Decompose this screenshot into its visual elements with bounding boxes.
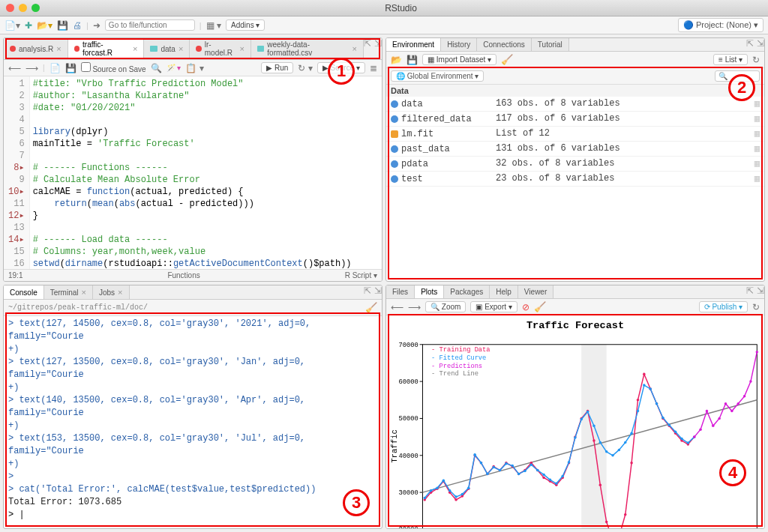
env-row[interactable]: filtered_data117 obs. of 6 variables▦ bbox=[386, 112, 764, 127]
svg-text:50000: 50000 bbox=[398, 415, 418, 423]
maximize-window[interactable] bbox=[32, 4, 40, 12]
project-dropdown[interactable]: 🔵 Project: (None) ▾ bbox=[678, 18, 764, 32]
save-source-icon[interactable]: 💾 bbox=[65, 63, 76, 73]
grid-icon[interactable]: ▦ ▾ bbox=[206, 20, 221, 31]
refresh-plot-icon[interactable]: ↻ bbox=[752, 302, 760, 312]
tab-traffic-forecast[interactable]: traffic-forcast.R× bbox=[68, 38, 145, 59]
collapse-icon[interactable]: ⇱ bbox=[746, 285, 754, 298]
save-all-icon[interactable]: 🖨 bbox=[73, 20, 82, 31]
back-icon[interactable]: ⟵ bbox=[8, 63, 21, 73]
env-toolbar: 📂 💾 ▦ Import Dataset ▾ 🧹 ≡ List ▾ ↻ bbox=[386, 52, 764, 68]
env-row[interactable]: past_data131 obs. of 6 variables▦ bbox=[386, 142, 764, 157]
env-scope-bar: 🌐 Global Environment ▾ bbox=[386, 68, 764, 85]
tab-packages[interactable]: Packages bbox=[444, 285, 490, 298]
svg-point-125 bbox=[687, 441, 689, 444]
svg-text:20000: 20000 bbox=[398, 526, 418, 529]
code-editor[interactable]: 1 2 3 4 5 6 7 8▸9 10▸11 12▸13 14▸15 16 1… bbox=[4, 76, 382, 269]
svg-point-101 bbox=[536, 469, 538, 471]
tab-lr-model[interactable]: lr-model.R× bbox=[190, 38, 251, 59]
env-section-data: Data bbox=[386, 85, 764, 97]
env-list[interactable]: Data data163 obs. of 8 variables▦filtere… bbox=[386, 85, 764, 281]
svg-text:70000: 70000 bbox=[398, 342, 418, 349]
close-window[interactable] bbox=[6, 4, 14, 12]
load-workspace-icon[interactable]: 📂 bbox=[391, 55, 402, 65]
tab-terminal[interactable]: Terminal× bbox=[44, 285, 93, 299]
window-controls[interactable] bbox=[6, 4, 40, 12]
tab-help[interactable]: Help bbox=[490, 285, 518, 298]
env-row[interactable]: test23 obs. of 8 variables▦ bbox=[386, 172, 764, 187]
source-toolbar: ⟵ ⟶ | 📄 💾 Source on Save 🔍 🪄 ▾ 📋 ▾ ▶ Run… bbox=[4, 60, 382, 76]
env-row[interactable]: data163 obs. of 8 variables▦ bbox=[386, 97, 764, 112]
env-row[interactable]: pdata32 obs. of 8 variables▦ bbox=[386, 157, 764, 172]
goto-icon[interactable]: ➜ bbox=[93, 20, 100, 31]
outline-icon[interactable]: ≣ bbox=[370, 63, 377, 73]
tab-files[interactable]: Files bbox=[386, 285, 415, 298]
svg-point-96 bbox=[505, 462, 507, 465]
wand-icon[interactable]: 🪄 ▾ bbox=[166, 64, 182, 72]
expand-icon[interactable]: ⇲ bbox=[757, 285, 764, 298]
tab-analysis[interactable]: analysis.R× bbox=[4, 38, 68, 59]
import-dataset-button[interactable]: ▦ Import Dataset ▾ bbox=[422, 54, 496, 65]
svg-text:30000: 30000 bbox=[398, 489, 418, 497]
forward-icon[interactable]: ⟶ bbox=[26, 63, 38, 73]
show-doc-icon[interactable]: 📄 bbox=[50, 63, 61, 73]
env-scope-dropdown[interactable]: 🌐 Global Environment ▾ bbox=[391, 70, 484, 82]
report-icon[interactable]: 📋 ▾ bbox=[185, 63, 203, 73]
collapse-icon[interactable]: ⇱ bbox=[364, 38, 371, 59]
env-row[interactable]: lm.fitList of 12▦ bbox=[386, 127, 764, 142]
run-button[interactable]: ▶ Run bbox=[261, 62, 293, 73]
prev-plot-icon[interactable]: ⟵ bbox=[391, 302, 404, 312]
save-icon[interactable]: 💾 bbox=[57, 20, 68, 31]
annotation-3: 3 bbox=[343, 489, 370, 516]
svg-point-137 bbox=[756, 351, 758, 353]
tab-environment[interactable]: Environment bbox=[386, 38, 441, 51]
expand-icon[interactable]: ⇲ bbox=[374, 285, 382, 299]
zoom-button[interactable]: 🔍 Zoom bbox=[425, 301, 466, 312]
expand-icon[interactable]: ⇲ bbox=[374, 38, 382, 59]
next-plot-icon[interactable]: ⟶ bbox=[408, 302, 421, 312]
new-project-icon[interactable]: ✚ bbox=[25, 20, 32, 31]
svg-point-71 bbox=[624, 513, 626, 516]
console-body[interactable]: > text(127, 14500, cex=0.8, col='gray30'… bbox=[4, 316, 382, 528]
tab-connections[interactable]: Connections bbox=[477, 38, 532, 51]
search-icon[interactable]: 🔍 bbox=[151, 63, 162, 73]
rerun-icon[interactable]: ↻ ▾ bbox=[298, 63, 312, 73]
svg-point-72 bbox=[630, 462, 632, 464]
minimize-window[interactable] bbox=[19, 4, 27, 12]
tab-plots[interactable]: Plots bbox=[415, 285, 444, 298]
annotation-1: 1 bbox=[328, 58, 355, 85]
svg-point-94 bbox=[492, 466, 494, 468]
source-on-save-check[interactable]: Source on Save bbox=[81, 62, 146, 73]
svg-point-127 bbox=[693, 435, 695, 438]
tab-jobs[interactable]: Jobs× bbox=[93, 285, 130, 299]
svg-text:60000: 60000 bbox=[398, 378, 418, 386]
list-view-dropdown[interactable]: ≡ List ▾ bbox=[713, 54, 748, 65]
clear-env-icon[interactable]: 🧹 bbox=[501, 54, 513, 65]
tab-tutorial[interactable]: Tutorial bbox=[532, 38, 569, 51]
tab-viewer[interactable]: Viewer bbox=[518, 285, 554, 298]
svg-point-58 bbox=[542, 477, 544, 479]
tab-weekly-csv[interactable]: weekly-data-formatted.csv× bbox=[251, 38, 364, 59]
clear-plots-icon[interactable]: 🧹 bbox=[534, 301, 546, 312]
plots-toolbar: ⟵ ⟶ 🔍 Zoom ▣ Export ▾ ⊘ 🧹 ⟳ Publish ▾ ↻ bbox=[386, 299, 764, 315]
source-tabs: analysis.R× traffic-forcast.R× data× lr-… bbox=[4, 38, 382, 60]
save-workspace-icon[interactable]: 💾 bbox=[406, 55, 418, 65]
addins-dropdown[interactable]: Addins ▾ bbox=[226, 19, 265, 31]
collapse-icon[interactable]: ⇱ bbox=[364, 285, 371, 299]
new-file-icon[interactable]: 📄▾ bbox=[4, 20, 20, 31]
open-file-icon[interactable]: 📂▾ bbox=[37, 20, 52, 31]
collapse-icon[interactable]: ⇱ bbox=[746, 38, 754, 51]
tab-data[interactable]: data× bbox=[144, 38, 190, 59]
remove-plot-icon[interactable]: ⊘ bbox=[522, 302, 530, 312]
svg-text:- Trend Line: - Trend Line bbox=[431, 370, 478, 378]
tab-console[interactable]: Console bbox=[4, 285, 44, 299]
svg-point-68 bbox=[605, 521, 608, 523]
svg-point-132 bbox=[724, 402, 727, 405]
goto-file-input[interactable] bbox=[105, 19, 195, 31]
tab-history[interactable]: History bbox=[441, 38, 477, 51]
expand-icon[interactable]: ⇲ bbox=[757, 38, 764, 51]
clear-console-icon[interactable]: 🧹 bbox=[365, 302, 377, 314]
export-dropdown[interactable]: ▣ Export ▾ bbox=[470, 301, 517, 312]
refresh-env-icon[interactable]: ↻ bbox=[752, 55, 760, 65]
publish-button[interactable]: ⟳ Publish ▾ bbox=[699, 301, 748, 312]
